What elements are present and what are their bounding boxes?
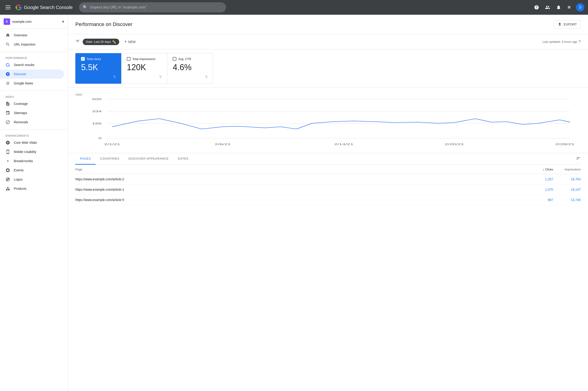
- metric-avg-ctr[interactable]: Avg. CTR 4.6% ?: [167, 53, 213, 84]
- search-icon: 🔍: [83, 5, 88, 10]
- home-icon: [5, 33, 10, 37]
- core-web-vitals-icon: [5, 140, 10, 145]
- chart-container: 500 334 166 0 2/1/21 2/6/21 2/14/21 2/20…: [75, 97, 581, 147]
- search-bar[interactable]: 🔍: [79, 2, 226, 12]
- discover-icon: [5, 72, 10, 76]
- sidebar-item-events[interactable]: Events: [0, 166, 64, 175]
- divider-3: [0, 129, 68, 130]
- sidebar-item-coverage[interactable]: Coverage: [0, 99, 64, 108]
- export-label: EXPORT: [564, 22, 577, 26]
- metric-total-impressions[interactable]: Total impressions 120K ?: [121, 53, 167, 84]
- row-page-2[interactable]: https://www.example.com/article-5: [75, 198, 525, 202]
- sidebar-item-core-web-vitals[interactable]: Core Web Vitals: [0, 138, 64, 147]
- metric-clicks-header: ✓ Total clicks: [81, 57, 116, 61]
- products-icon: [5, 186, 10, 191]
- checkmark-icon: ✓: [82, 57, 84, 61]
- page-title: Performance on Discover: [75, 21, 132, 27]
- new-button[interactable]: + NEW: [122, 38, 138, 46]
- metric-impressions-header: Total impressions: [127, 57, 161, 61]
- filter-bar: Date: Last 28 days ✏️ + NEW Last updated…: [68, 34, 588, 49]
- row-clicks-1: 1,070: [525, 188, 553, 191]
- performance-section-label: Performance: [0, 55, 68, 60]
- tab-countries[interactable]: COUNTRIES: [96, 153, 124, 165]
- row-impressions-2: 13,745: [553, 198, 581, 202]
- metric-clicks-label: Total clicks: [87, 57, 101, 61]
- logos-label: Logos: [14, 178, 22, 181]
- search-input[interactable]: [90, 5, 222, 9]
- sidebar-item-google-news[interactable]: Google News: [0, 79, 64, 88]
- svg-text:2/20/21: 2/20/21: [445, 143, 464, 146]
- sitemaps-icon: [5, 111, 10, 115]
- mobile-usability-label: Mobile Usability: [14, 150, 36, 154]
- apps-icon[interactable]: [565, 3, 574, 12]
- metric-total-clicks[interactable]: ✓ Total clicks 5.5K ?: [75, 53, 121, 84]
- google-news-label: Google News: [14, 82, 33, 85]
- svg-text:2/6/21: 2/6/21: [215, 143, 231, 146]
- metric-ctr-help-icon: ?: [205, 75, 207, 80]
- tab-dates[interactable]: DATES: [173, 153, 193, 165]
- tab-pages[interactable]: PAGES: [75, 153, 96, 165]
- nav-icons: S: [532, 3, 584, 12]
- sort-arrow-icon: ↓: [542, 167, 544, 171]
- sidebar-item-breadcrumbs[interactable]: Breadcrumbs: [0, 156, 64, 166]
- row-page-0[interactable]: https://www.example.com/article-2: [75, 177, 525, 181]
- row-impressions-1: 19,147: [553, 188, 581, 191]
- sidebar-item-mobile-usability[interactable]: Mobile Usability: [0, 147, 64, 156]
- sidebar-item-discover[interactable]: Discover: [0, 70, 64, 79]
- svg-text:0: 0: [99, 137, 102, 140]
- notifications-icon[interactable]: [554, 3, 563, 12]
- site-selector[interactable]: E example.com ▾: [0, 15, 68, 29]
- metric-impressions-checkbox: [127, 57, 131, 61]
- sidebar-item-overview[interactable]: Overview: [0, 31, 64, 40]
- hamburger-menu[interactable]: [4, 4, 12, 11]
- tab-discover-appearance[interactable]: DISCOVER APPEARANCE: [124, 153, 173, 165]
- row-page-1[interactable]: https://www.example.com/article-1: [75, 188, 525, 191]
- row-clicks-2: 987: [525, 198, 553, 202]
- metric-clicks-help-icon: ?: [113, 75, 116, 80]
- sidebar-item-url-inspection[interactable]: URL inspection: [0, 40, 64, 49]
- sidebar-item-removals[interactable]: Removals: [0, 117, 64, 127]
- edit-icon: ✏️: [112, 40, 116, 44]
- search-results-label: Search results: [14, 63, 34, 67]
- sidebar-item-logos[interactable]: Logos: [0, 175, 64, 184]
- sidebar-item-products[interactable]: Products: [0, 184, 64, 193]
- events-icon: [5, 168, 10, 173]
- new-label: NEW: [128, 40, 136, 44]
- logo-area: Google Search Console: [15, 4, 72, 11]
- sidebar: E example.com ▾ Overview URL inspection …: [0, 15, 68, 391]
- export-button[interactable]: EXPORT: [554, 20, 581, 28]
- last-updated-text: Last updated: 4 hours ago: [542, 40, 577, 43]
- svg-point-0: [8, 189, 10, 191]
- new-plus-icon: +: [124, 39, 127, 44]
- col-header-impressions: Impressions: [553, 168, 581, 171]
- removals-icon: [5, 120, 10, 124]
- table-filter-icon[interactable]: [576, 153, 581, 164]
- col-clicks-label: Clicks: [545, 168, 553, 171]
- table-row: https://www.example.com/article-2 1,257 …: [75, 174, 581, 185]
- svg-text:2/1/21: 2/1/21: [104, 143, 120, 146]
- user-avatar[interactable]: S: [576, 3, 584, 11]
- col-header-page: Page: [75, 168, 525, 171]
- search-icon-sidebar: [5, 42, 10, 47]
- sidebar-item-search-results[interactable]: Search results: [0, 60, 64, 70]
- svg-text:334: 334: [92, 110, 102, 113]
- discover-label: Discover: [14, 72, 26, 76]
- chart-area: Clicks 500 334 166 0 2/1/21: [68, 88, 588, 153]
- url-inspection-label: URL inspection: [14, 43, 35, 46]
- help-icon[interactable]: [532, 3, 541, 12]
- table-row: https://www.example.com/article-1 1,070 …: [75, 185, 581, 195]
- tab-dates-label: DATES: [178, 157, 188, 160]
- col-header-clicks[interactable]: ↓ Clicks: [525, 167, 553, 171]
- filter-icon[interactable]: [75, 39, 80, 45]
- sidebar-item-sitemaps[interactable]: Sitemaps: [0, 108, 64, 117]
- date-chip[interactable]: Date: Last 28 days ✏️: [83, 39, 119, 45]
- metric-impressions-label: Total impressions: [132, 57, 155, 61]
- top-nav: Google Search Console 🔍 S: [0, 0, 588, 15]
- svg-text:2/28/21: 2/28/21: [555, 143, 575, 146]
- tabs-header: PAGES COUNTRIES DISCOVER APPEARANCE DATE…: [75, 153, 581, 165]
- metric-ctr-label: Avg. CTR: [178, 57, 191, 61]
- accounts-icon[interactable]: [543, 3, 552, 12]
- download-icon: [558, 22, 562, 26]
- breadcrumbs-icon: [5, 159, 10, 163]
- last-updated: Last updated: 4 hours ago ?: [542, 40, 581, 44]
